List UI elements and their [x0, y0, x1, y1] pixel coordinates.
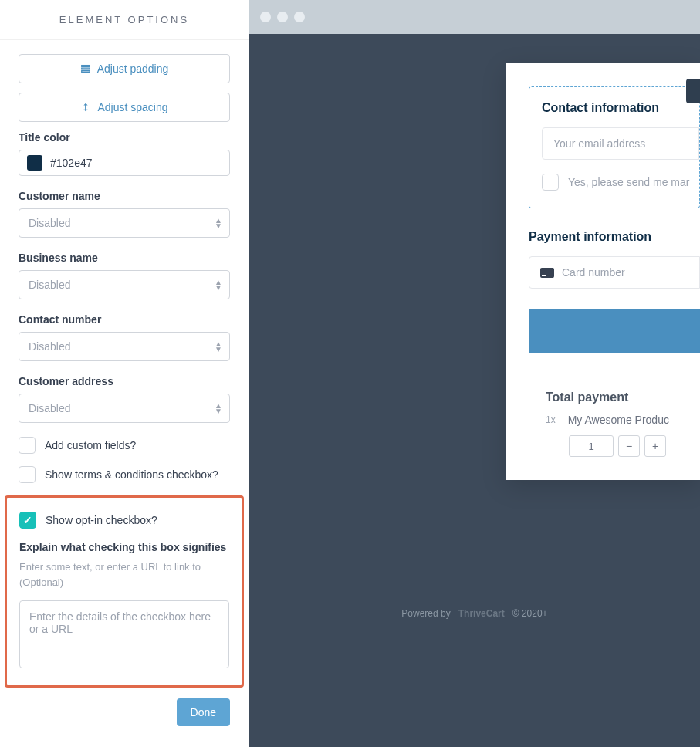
contact-number-label: Contact number	[19, 313, 230, 326]
business-name-select[interactable]: Disabled	[19, 270, 230, 299]
checkout-card: Contact information Your email address Y…	[506, 63, 700, 480]
brand-logo: ThriveCart	[458, 608, 505, 619]
explain-textarea[interactable]	[19, 600, 229, 668]
customer-name-label: Customer name	[19, 190, 230, 202]
sidebar: ELEMENT OPTIONS Adjust padding Adjust sp…	[0, 0, 249, 747]
show-terms-label: Show terms & conditions checkbox?	[45, 468, 218, 481]
sidebar-content: Adjust padding Adjust spacing Title colo…	[0, 40, 249, 740]
customer-name-select[interactable]: Disabled	[19, 208, 230, 238]
show-optin-label: Show opt-in checkbox?	[46, 514, 157, 526]
show-optin-checkbox[interactable]	[19, 512, 36, 529]
customer-address-label: Customer address	[19, 375, 230, 387]
email-input[interactable]: Your email address	[542, 127, 699, 160]
title-color-label: Title color	[19, 131, 230, 144]
contact-title: Contact information	[542, 101, 699, 115]
totals-section: Total payment 1x My Awesome Produc 1 − +	[529, 390, 700, 457]
footer: Powered by ThriveCart © 2020+	[249, 608, 700, 619]
submit-button[interactable]	[529, 309, 700, 353]
copyright: © 2020+	[512, 608, 548, 619]
powered-by-label: Powered by	[401, 608, 450, 619]
card-number-input[interactable]: Card number	[529, 256, 700, 289]
done-button[interactable]: Done	[177, 698, 230, 726]
business-name-label: Business name	[19, 252, 230, 264]
svg-rect-2	[81, 71, 90, 73]
qty-input[interactable]: 1	[569, 435, 614, 457]
qty-prefix: 1x	[546, 414, 556, 425]
preview-pane: Contact information Your email address Y…	[249, 0, 700, 747]
panel-title: ELEMENT OPTIONS	[0, 0, 249, 40]
title-color-field[interactable]	[19, 150, 230, 176]
explain-label: Explain what checking this box signifies	[19, 541, 229, 553]
optin-highlight-box: Show opt-in checkbox? Explain what check…	[5, 495, 244, 688]
show-terms-checkbox[interactable]	[19, 466, 36, 483]
add-custom-fields-checkbox[interactable]	[19, 437, 36, 454]
payment-section: Payment information Card number	[529, 230, 700, 353]
add-custom-fields-label: Add custom fields?	[45, 439, 136, 451]
customer-address-select[interactable]: Disabled	[19, 394, 230, 423]
total-title: Total payment	[546, 390, 700, 404]
color-swatch[interactable]	[27, 155, 42, 171]
padding-icon	[80, 63, 91, 74]
traffic-light-icon	[294, 12, 305, 22]
explain-hint: Enter some text, or enter a URL to link …	[19, 559, 229, 590]
product-name: My Awesome Produc	[568, 414, 669, 426]
traffic-light-icon	[277, 12, 288, 22]
qty-plus-button[interactable]: +	[644, 435, 666, 457]
svg-rect-1	[81, 68, 90, 69]
optin-checkbox[interactable]	[542, 174, 559, 191]
svg-rect-0	[81, 66, 90, 67]
optin-text: Yes, please send me mar	[568, 176, 689, 188]
payment-title: Payment information	[529, 230, 700, 244]
title-color-input[interactable]	[50, 157, 221, 169]
browser-titlebar	[249, 0, 700, 34]
qty-minus-button[interactable]: −	[618, 435, 640, 457]
credit-card-icon	[540, 268, 554, 278]
help-badge[interactable]	[686, 79, 700, 103]
contact-number-select[interactable]: Disabled	[19, 332, 230, 361]
adjust-padding-button[interactable]: Adjust padding	[19, 54, 230, 83]
contact-section[interactable]: Contact information Your email address Y…	[529, 86, 700, 208]
adjust-spacing-button[interactable]: Adjust spacing	[19, 93, 230, 122]
traffic-light-icon	[260, 12, 271, 22]
spacing-icon	[80, 102, 91, 113]
